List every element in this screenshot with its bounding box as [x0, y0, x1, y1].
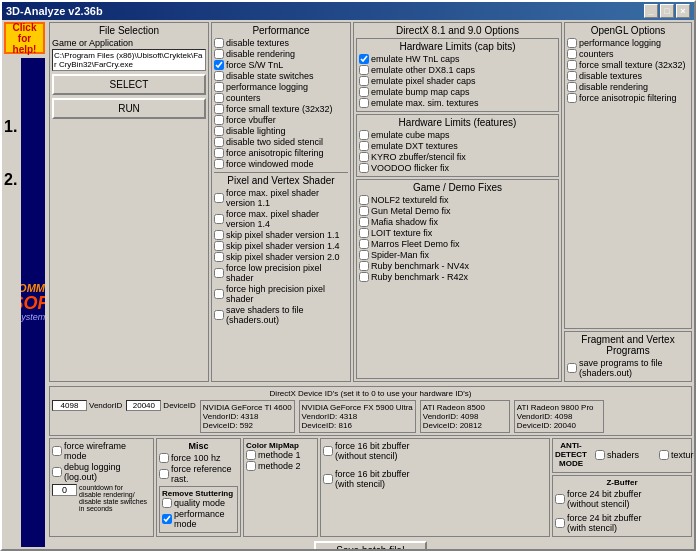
minimize-button[interactable]: _ — [644, 4, 658, 18]
game-demo-items-check-1[interactable] — [359, 206, 369, 216]
performance-items-check-1[interactable] — [214, 49, 224, 59]
run-button[interactable]: RUN — [52, 98, 206, 119]
titlebar-buttons: _ □ × — [644, 4, 690, 18]
opengl-items-check-4[interactable] — [567, 82, 577, 92]
force-ref-label: force reference rast. — [171, 464, 238, 484]
performance-items-check-3[interactable] — [214, 71, 224, 81]
save-batch-button[interactable]: Save batch file! — [314, 541, 426, 549]
opengl-items-check-5[interactable] — [567, 93, 577, 103]
game-demo-items-check-6[interactable] — [359, 261, 369, 271]
pixel-shader-items-check-0[interactable] — [214, 193, 224, 203]
logo-line2: SOFT — [21, 294, 45, 312]
pixel-shader-items-item-3: skip pixel shader version 1.4 — [214, 241, 348, 251]
vendor-id-input[interactable] — [52, 400, 87, 411]
methode2-check[interactable] — [246, 461, 256, 471]
performance-items-check-9[interactable] — [214, 137, 224, 147]
methode1-check[interactable] — [246, 450, 256, 460]
force-ref-item: force reference rast. — [159, 464, 238, 484]
performance-items-check-5[interactable] — [214, 93, 224, 103]
performance-items-check-7[interactable] — [214, 115, 224, 125]
hw-caps-items-check-4[interactable] — [359, 98, 369, 108]
performance-mode-check[interactable] — [162, 514, 172, 524]
opengl-title: OpenGL Options — [567, 25, 689, 36]
force-ref-check[interactable] — [159, 469, 169, 479]
pixel-shader-items-check-6[interactable] — [214, 289, 224, 299]
click-help-button[interactable]: Click for help! — [4, 22, 45, 54]
game-demo-items-check-0[interactable] — [359, 195, 369, 205]
opengl-items-check-2[interactable] — [567, 60, 577, 70]
pixel-shader-items-check-4[interactable] — [214, 252, 224, 262]
device-id-input[interactable] — [126, 400, 161, 411]
device-card-device-2: DeviceID: 20812 — [423, 421, 507, 430]
pixel-shader-items-item-7: save shaders to file (shaders.out) — [214, 305, 348, 325]
game-demo-items-item-4: Marros Fleet Demo fix — [359, 239, 556, 249]
performance-items-check-8[interactable] — [214, 126, 224, 136]
hw-caps-items-label-0: emulate HW TnL caps — [371, 54, 460, 64]
game-demo-items-check-5[interactable] — [359, 250, 369, 260]
performance-items-check-11[interactable] — [214, 159, 224, 169]
performance-items: disable texturesdisable renderingforce S… — [214, 38, 348, 170]
device-ids-title: DirectX Device ID's (set it to 0 to use … — [52, 389, 689, 398]
opengl-items-check-1[interactable] — [567, 49, 577, 59]
close-button[interactable]: × — [676, 4, 690, 18]
quality-mode-check[interactable] — [162, 498, 172, 508]
textures-check[interactable] — [659, 450, 669, 460]
hw-caps-items-check-2[interactable] — [359, 76, 369, 86]
force-wireframe-check[interactable] — [52, 446, 62, 456]
performance-items-check-6[interactable] — [214, 104, 224, 114]
force-24bit-no-stencil-check[interactable] — [555, 494, 565, 504]
opengl-items-check-3[interactable] — [567, 71, 577, 81]
hw-features-items-check-3[interactable] — [359, 163, 369, 173]
performance-items-item-11: force windowed mode — [214, 159, 348, 169]
game-demo-items-check-4[interactable] — [359, 239, 369, 249]
maximize-button[interactable]: □ — [660, 4, 674, 18]
hw-features-items-check-0[interactable] — [359, 130, 369, 140]
pixel-shader-items-check-1[interactable] — [214, 214, 224, 224]
opengl-items-check-0[interactable] — [567, 38, 577, 48]
pixel-shader-items-check-3[interactable] — [214, 241, 224, 251]
hw-features-items-check-1[interactable] — [359, 141, 369, 151]
device-card-device-1: DeviceID: 816 — [302, 421, 413, 430]
force-wireframe-item: force wireframe mode — [52, 441, 151, 461]
file-selection-box: File Selection Game or Application C:\Pr… — [49, 22, 209, 382]
hw-caps-items-label-4: emulate max. sim. textures — [371, 98, 479, 108]
pixel-shader-items-check-5[interactable] — [214, 268, 224, 278]
pixel-shader-items-check-7[interactable] — [214, 310, 224, 320]
device-card-vendor-3: VendorID: 4098 — [517, 412, 601, 421]
vendor-id-label: VendorID — [89, 401, 122, 410]
main-window: 3D-Analyze v2.36b _ □ × Click for help! … — [0, 0, 696, 551]
hw-caps-items-check-1[interactable] — [359, 65, 369, 75]
shaders-check[interactable] — [595, 450, 605, 460]
pixel-shader-items-item-5: force low precision pixel shader — [214, 263, 348, 283]
force-16bit-no-stencil-check[interactable] — [323, 446, 333, 456]
countdown-input[interactable] — [52, 484, 77, 496]
performance-items-label-9: disable two sided stencil — [226, 137, 323, 147]
window-title: 3D-Analyze v2.36b — [6, 5, 103, 17]
quality-mode-label: quality mode — [174, 498, 225, 508]
force-24bit-stencil-check[interactable] — [555, 518, 565, 528]
hw-caps-items-check-0[interactable] — [359, 54, 369, 64]
directx-title: DirectX 8.1 and 9.0 Options — [356, 25, 559, 36]
fragment-title: Fragment and Vertex Programs — [567, 334, 689, 356]
game-label: Game or Application — [52, 38, 206, 48]
force-16bit-stencil-check[interactable] — [323, 474, 333, 484]
game-demo-items-check-3[interactable] — [359, 228, 369, 238]
game-demo-items-check-7[interactable] — [359, 272, 369, 282]
force-100hz-check[interactable] — [159, 453, 169, 463]
top-section: File Selection Game or Application C:\Pr… — [47, 20, 694, 384]
hw-caps-items-check-3[interactable] — [359, 87, 369, 97]
performance-items-check-0[interactable] — [214, 38, 224, 48]
game-demo-items-check-2[interactable] — [359, 217, 369, 227]
performance-items-check-10[interactable] — [214, 148, 224, 158]
performance-items-item-3: disable state switches — [214, 71, 348, 81]
pixel-shader-items-check-2[interactable] — [214, 230, 224, 240]
performance-items-label-5: counters — [226, 93, 261, 103]
performance-items-check-4[interactable] — [214, 82, 224, 92]
hw-limits-caps-title: Hardware Limits (cap bits) — [359, 41, 556, 52]
hw-features-items-check-2[interactable] — [359, 152, 369, 162]
fragment-items-check-0[interactable] — [567, 363, 577, 373]
performance-items-check-2[interactable] — [214, 60, 224, 70]
debug-logging-check[interactable] — [52, 467, 62, 477]
debug-logging-label: debug logging (log.out) — [64, 462, 151, 482]
select-button[interactable]: SELECT — [52, 74, 206, 95]
